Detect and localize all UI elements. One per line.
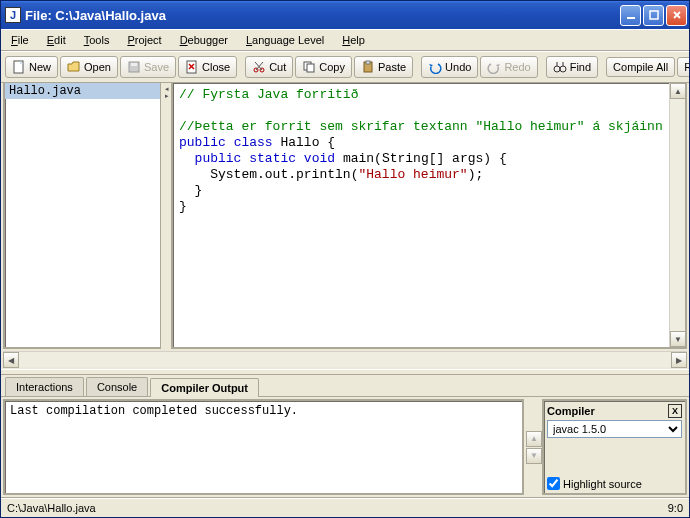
copy-button[interactable]: Copy <box>295 56 352 78</box>
output-nav-buttons: ▲ ▼ <box>526 397 542 497</box>
find-label: Find <box>570 61 591 73</box>
maximize-button[interactable] <box>643 5 664 26</box>
scissors-icon <box>252 60 266 74</box>
clipboard-icon <box>361 60 375 74</box>
open-button[interactable]: Open <box>60 56 118 78</box>
output-next-icon[interactable]: ▼ <box>526 448 542 464</box>
redo-label: Redo <box>504 61 530 73</box>
compiler-panel-close-icon[interactable]: X <box>668 404 682 418</box>
close-button[interactable] <box>666 5 687 26</box>
scroll-down-icon[interactable]: ▼ <box>670 331 686 347</box>
scroll-right-icon[interactable]: ▶ <box>671 352 687 368</box>
svg-rect-6 <box>131 63 137 66</box>
tab-console[interactable]: Console <box>86 377 148 396</box>
menu-language-level[interactable]: Language Level <box>240 32 330 48</box>
svg-rect-15 <box>307 64 314 72</box>
tab-interactions[interactable]: Interactions <box>5 377 84 396</box>
scroll-up-icon[interactable]: ▲ <box>670 83 686 99</box>
highlight-source-label: Highlight source <box>563 478 642 490</box>
new-button[interactable]: New <box>5 56 58 78</box>
compile-all-label: Compile All <box>613 61 668 73</box>
floppy-icon <box>127 60 141 74</box>
svg-point-18 <box>554 66 560 72</box>
svg-rect-17 <box>366 61 370 64</box>
save-button[interactable]: Save <box>120 56 176 78</box>
save-label: Save <box>144 61 169 73</box>
menu-project[interactable]: Project <box>121 32 167 48</box>
output-prev-icon[interactable]: ▲ <box>526 431 542 447</box>
code-editor[interactable]: // Fyrsta Java forritið //Þetta er forri… <box>173 83 669 347</box>
redo-icon <box>487 60 501 74</box>
menu-help[interactable]: Help <box>336 32 371 48</box>
output-area: Last compilation completed successfully.… <box>1 397 689 497</box>
copy-label: Copy <box>319 61 345 73</box>
binoculars-icon <box>553 60 567 74</box>
menu-file[interactable]: File <box>5 32 35 48</box>
menubar: File Edit Tools Project Debugger Languag… <box>1 29 689 51</box>
svg-line-12 <box>256 62 263 70</box>
svg-rect-1 <box>650 11 658 19</box>
scroll-left-icon[interactable]: ◀ <box>3 352 19 368</box>
compiler-heading: Compiler <box>547 405 595 417</box>
toolbar: New Open Save Close Cut Copy Paste Undo … <box>1 51 689 83</box>
compiler-panel: Compiler X javac 1.5.0 Highlight source <box>542 399 687 495</box>
cut-label: Cut <box>269 61 286 73</box>
open-label: Open <box>84 61 111 73</box>
file-list-pane: Hallo.java <box>3 83 161 349</box>
paste-button[interactable]: Paste <box>354 56 413 78</box>
scroll-track[interactable] <box>670 99 685 331</box>
redo-button[interactable]: Redo <box>480 56 537 78</box>
undo-icon <box>428 60 442 74</box>
compiler-output-text[interactable]: Last compilation completed successfully. <box>3 399 524 495</box>
new-file-icon <box>12 60 26 74</box>
main-split: Hallo.java ◂▸ // Fyrsta Java forritið //… <box>1 83 689 351</box>
close-file-icon <box>185 60 199 74</box>
undo-label: Undo <box>445 61 471 73</box>
minimize-button[interactable] <box>620 5 641 26</box>
window-title: File: C:\Java\Hallo.java <box>25 8 620 23</box>
cut-button[interactable]: Cut <box>245 56 293 78</box>
tab-compiler-output[interactable]: Compiler Output <box>150 378 259 397</box>
compiler-select[interactable]: javac 1.5.0 <box>547 420 682 438</box>
close-file-button[interactable]: Close <box>178 56 237 78</box>
menu-tools[interactable]: Tools <box>78 32 116 48</box>
reset-button[interactable]: Rese <box>677 57 689 77</box>
statusbar: C:\Java\Hallo.java 9:0 <box>1 497 689 517</box>
new-label: New <box>29 61 51 73</box>
reset-label: Rese <box>684 61 689 73</box>
file-list-item[interactable]: Hallo.java <box>5 83 160 99</box>
editor-pane: // Fyrsta Java forritið //Þetta er forri… <box>171 83 687 349</box>
app-icon: J <box>5 7 21 23</box>
copy-icon <box>302 60 316 74</box>
editor-vertical-scrollbar[interactable]: ▲ ▼ <box>669 83 685 347</box>
svg-rect-0 <box>627 17 635 19</box>
status-cursor-position: 9:0 <box>668 502 683 514</box>
highlight-source-checkbox[interactable] <box>547 477 560 490</box>
menu-edit[interactable]: Edit <box>41 32 72 48</box>
titlebar: J File: C:\Java\Hallo.java <box>1 1 689 29</box>
splitter-arrows-icon: ◂▸ <box>165 85 169 99</box>
status-path: C:\Java\Hallo.java <box>7 502 668 514</box>
close-label: Close <box>202 61 230 73</box>
scroll-track[interactable] <box>19 352 671 367</box>
vertical-splitter[interactable]: ◂▸ <box>163 83 171 351</box>
paste-label: Paste <box>378 61 406 73</box>
undo-button[interactable]: Undo <box>421 56 478 78</box>
svg-line-13 <box>255 62 262 70</box>
svg-point-19 <box>560 66 566 72</box>
folder-open-icon <box>67 60 81 74</box>
bottom-tabs: Interactions Console Compiler Output <box>1 375 689 397</box>
menu-debugger[interactable]: Debugger <box>174 32 234 48</box>
compile-all-button[interactable]: Compile All <box>606 57 675 77</box>
find-button[interactable]: Find <box>546 56 598 78</box>
editor-horizontal-scrollbar[interactable]: ◀ ▶ <box>3 351 687 367</box>
